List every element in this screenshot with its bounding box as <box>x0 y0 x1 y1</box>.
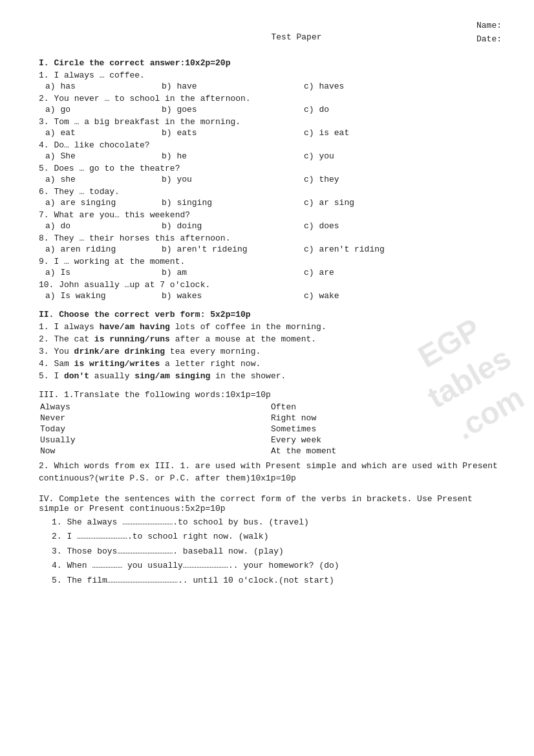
question-8-text: 8. They … their horses this afternoon. <box>39 233 502 243</box>
q10-opt-b: b) wakes <box>162 291 304 301</box>
section-4: IV. Complete the sentences with the corr… <box>39 494 502 587</box>
word-now: Now <box>40 446 271 456</box>
word-sometimes: Sometimes <box>271 424 502 434</box>
translate-grid: Always Often Never Right now Today Somet… <box>39 402 502 456</box>
section4-sentences: 1. She always ………………………….to school by bu… <box>52 516 502 587</box>
section1-title: I. Circle the correct answer:10x2p=20p <box>39 58 502 68</box>
question-7-options: a) do b) doing c) does <box>39 221 502 231</box>
section-1: I. Circle the correct answer:10x2p=20p 1… <box>39 58 502 301</box>
s2-q1: 1. I always have/am having lots of coffe… <box>39 322 502 332</box>
section3-q2: 2. Which words from ex III. 1. are used … <box>39 460 502 485</box>
q10-opt-c: c) wake <box>304 291 446 301</box>
page-title: Test Paper <box>116 32 476 47</box>
s4-q3: 3. Those boys……………………………. baseball now. … <box>52 545 502 558</box>
s2-q5: 5. I don't asually sing/am singing in th… <box>39 371 502 381</box>
s4-q4: 4. When ……………… you usually……………………….. yo… <box>52 559 502 572</box>
section-3: III. 1.Translate the following words:10x… <box>39 390 502 485</box>
q7-opt-c: c) does <box>304 221 446 231</box>
q9-opt-b: b) am <box>162 268 304 277</box>
name-date-area: Name: Date: <box>476 19 502 47</box>
q4-opt-b: b) he <box>162 151 304 161</box>
q6-opt-a: a) are singing <box>45 198 162 208</box>
q9-opt-c: c) are <box>304 268 446 277</box>
title-text: Test Paper <box>271 32 321 42</box>
q1-opt-a: a) has <box>45 81 162 91</box>
s4-q1: 1. She always ………………………….to school by bu… <box>52 516 502 529</box>
q9-opt-a: a) Is <box>45 268 162 277</box>
q7-opt-a: a) do <box>45 221 162 231</box>
word-right-now: Right now <box>271 413 502 423</box>
question-1-text: 1. I always … coffee. <box>39 70 502 80</box>
q8-opt-b: b) aren't rideing <box>162 244 304 254</box>
name-label: Name: <box>476 19 502 33</box>
q4-opt-a: a) She <box>45 151 162 161</box>
q1-opt-c: c) haves <box>304 81 446 91</box>
s2-q2: 2. The cat is running/runs after a mouse… <box>39 334 502 344</box>
section-2: II. Choose the correct verb form: 5x2p=1… <box>39 310 502 381</box>
q3-opt-a: a) eat <box>45 128 162 138</box>
q6-opt-b: b) singing <box>162 198 304 208</box>
question-5-options: a) she b) you c) they <box>39 175 502 184</box>
header: Test Paper Name: Date: <box>39 19 502 47</box>
q7-opt-b: b) doing <box>162 221 304 231</box>
question-4-options: a) She b) he c) you <box>39 151 502 161</box>
question-7-text: 7. What are you… this weekend? <box>39 210 502 220</box>
s4-q5: 5. The film…………………………………….. until 10 o'c… <box>52 574 502 587</box>
q3-opt-c: c) is eat <box>304 128 446 138</box>
s4-q2: 2. I ………………………….to school right now. (wa… <box>52 530 502 543</box>
s2-q3: 3. You drink/are drinking tea every morn… <box>39 347 502 356</box>
question-4-text: 4. Do… like chocolate? <box>39 140 502 150</box>
question-3-text: 3. Tom … a big breakfast in the morning. <box>39 117 502 127</box>
section2-title: II. Choose the correct verb form: 5x2p=1… <box>39 310 502 319</box>
q8-opt-c: c) aren't riding <box>304 244 446 254</box>
word-today: Today <box>40 424 271 434</box>
q10-opt-a: a) Is waking <box>45 291 162 301</box>
q1-opt-b: b) have <box>162 81 304 91</box>
question-6-text: 6. They … today. <box>39 187 502 197</box>
word-never: Never <box>40 413 271 423</box>
word-at-the-moment: At the moment <box>271 446 502 456</box>
question-9-options: a) Is b) am c) are <box>39 268 502 277</box>
q8-opt-a: a) aren riding <box>45 244 162 254</box>
question-5-text: 5. Does … go to the theatre? <box>39 164 502 173</box>
section3-title: III. 1.Translate the following words:10x… <box>39 390 502 400</box>
question-6-options: a) are singing b) singing c) ar sing <box>39 198 502 208</box>
question-2-text: 2. You never … to school in the afternoo… <box>39 94 502 103</box>
word-usually: Usually <box>40 435 271 445</box>
q2-opt-b: b) goes <box>162 105 304 114</box>
question-1-options: a) has b) have c) haves <box>39 81 502 91</box>
q5-opt-a: a) she <box>45 175 162 184</box>
q5-opt-b: b) you <box>162 175 304 184</box>
s2-q4: 4. Sam is writing/writes a letter right … <box>39 359 502 369</box>
question-2-options: a) go b) goes c) do <box>39 105 502 114</box>
q2-opt-a: a) go <box>45 105 162 114</box>
q3-opt-b: b) eats <box>162 128 304 138</box>
q5-opt-c: c) they <box>304 175 446 184</box>
section4-title: IV. Complete the sentences with the corr… <box>39 494 502 513</box>
q4-opt-c: c) you <box>304 151 446 161</box>
q2-opt-c: c) do <box>304 105 446 114</box>
question-9-text: 9. I … working at the moment. <box>39 257 502 266</box>
date-label: Date: <box>476 33 502 47</box>
question-3-options: a) eat b) eats c) is eat <box>39 128 502 138</box>
word-often: Often <box>271 402 502 412</box>
question-10-text: 10. John asually …up at 7 o'clock. <box>39 280 502 290</box>
question-8-options: a) aren riding b) aren't rideing c) aren… <box>39 244 502 254</box>
word-always: Always <box>40 402 271 412</box>
question-10-options: a) Is waking b) wakes c) wake <box>39 291 502 301</box>
q6-opt-c: c) ar sing <box>304 198 446 208</box>
word-every-week: Every week <box>271 435 502 445</box>
